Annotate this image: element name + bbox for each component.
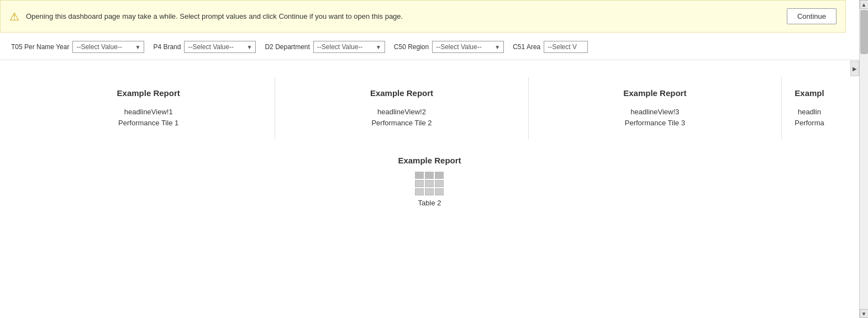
tile-2-view: headlineView!2 Performance Tile 2 bbox=[371, 107, 432, 128]
filter-dropdown-arrow-t05: ▼ bbox=[135, 44, 141, 50]
bottom-report-title: Example Report bbox=[398, 156, 461, 165]
tile-4-partial: Exampl headlin Performa bbox=[782, 77, 837, 139]
filter-select-c50[interactable]: --Select Value-- ▼ bbox=[432, 41, 504, 53]
tile-3: Example Report headlineView!3 Performanc… bbox=[529, 77, 782, 139]
table-cell bbox=[435, 188, 444, 195]
filter-select-value-t05: --Select Value-- bbox=[76, 43, 133, 51]
table-icon bbox=[415, 172, 444, 195]
filter-select-d2[interactable]: --Select Value-- ▼ bbox=[313, 41, 385, 53]
tile-2-title: Example Report bbox=[370, 88, 433, 98]
filter-label-c50: C50 Region bbox=[394, 43, 429, 51]
table-label: Table 2 bbox=[418, 199, 441, 207]
filter-select-p4[interactable]: --Select Value-- ▼ bbox=[184, 41, 256, 53]
tiles-row: Example Report headlineView!1 Performanc… bbox=[22, 77, 837, 139]
table-cell bbox=[435, 172, 444, 179]
filter-dropdown-arrow-c50: ▼ bbox=[495, 44, 500, 50]
table-cell bbox=[425, 188, 434, 195]
scrollbar-down-button[interactable]: ▼ bbox=[860, 309, 869, 318]
filter-label-d2: D2 Department bbox=[265, 43, 309, 51]
scrollbar-up-button[interactable]: ▲ bbox=[860, 0, 869, 9]
tile-3-view: headlineView!3 Performance Tile 3 bbox=[625, 107, 685, 128]
filter-select-t05[interactable]: --Select Value-- ▼ bbox=[72, 41, 144, 53]
tile-4-view: headlin Performa bbox=[795, 107, 824, 128]
bottom-report: Example Report Table 2 bbox=[398, 156, 461, 207]
tile-1-title: Example Report bbox=[117, 88, 180, 98]
filter-select-value-c50: --Select Value-- bbox=[436, 43, 492, 51]
main-content: Example Report headlineView!1 Performanc… bbox=[0, 66, 859, 318]
filter-group-p4: P4 Brand --Select Value-- ▼ bbox=[153, 41, 256, 53]
table-cell bbox=[415, 172, 424, 179]
tile-3-title: Example Report bbox=[623, 88, 686, 98]
warning-icon: ⚠ bbox=[9, 10, 19, 23]
filter-group-d2: D2 Department --Select Value-- ▼ bbox=[265, 41, 385, 53]
table-cell bbox=[415, 188, 424, 195]
filter-select-c51[interactable]: --Select V bbox=[544, 41, 588, 53]
tile-1: Example Report headlineView!1 Performanc… bbox=[22, 77, 275, 139]
bottom-section: Example Report Table 2 bbox=[22, 156, 837, 207]
tile-2: Example Report headlineView!2 Performanc… bbox=[275, 77, 528, 139]
warning-banner: ⚠ Opening this dashboard page may take a… bbox=[0, 0, 846, 33]
table-cell bbox=[415, 180, 424, 187]
filter-label-p4: P4 Brand bbox=[153, 43, 181, 51]
filter-label-t05: T05 Per Name Year bbox=[11, 43, 69, 51]
table-cell bbox=[435, 180, 444, 187]
filter-dropdown-arrow-p4: ▼ bbox=[247, 44, 252, 50]
continue-button[interactable]: Continue bbox=[787, 8, 837, 24]
filter-group-t05: T05 Per Name Year --Select Value-- ▼ bbox=[11, 41, 144, 53]
filters-row: T05 Per Name Year --Select Value-- ▼ P4 … bbox=[0, 34, 859, 60]
scrollbar-thumb[interactable] bbox=[860, 10, 868, 54]
filter-select-value-p4: --Select Value-- bbox=[188, 43, 244, 51]
filter-label-c51: C51 Area bbox=[513, 43, 540, 51]
filter-dropdown-arrow-d2: ▼ bbox=[376, 44, 381, 50]
tile-4-title: Exampl bbox=[795, 88, 824, 98]
filter-select-value-d2: --Select Value-- bbox=[317, 43, 373, 51]
table-cell bbox=[425, 172, 434, 179]
scrollbar-track: ▲ ▼ bbox=[859, 0, 868, 318]
table-cell bbox=[425, 180, 434, 187]
filter-group-c50: C50 Region --Select Value-- ▼ bbox=[394, 41, 504, 53]
filter-group-c51: C51 Area --Select V bbox=[513, 41, 588, 53]
filter-select-value-c51: --Select V bbox=[548, 43, 584, 51]
tile-1-view: headlineView!1 Performance Tile 1 bbox=[118, 107, 178, 128]
warning-text: Opening this dashboard page may take a w… bbox=[26, 12, 780, 20]
